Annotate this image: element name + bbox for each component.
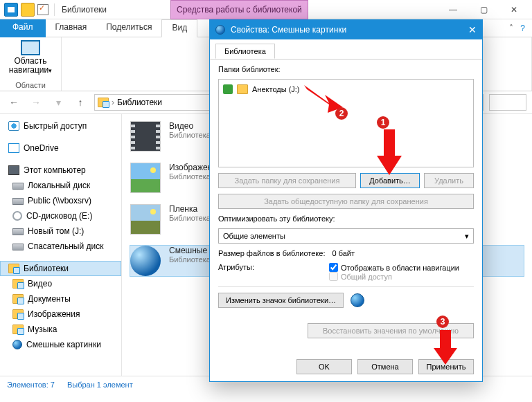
- back-button[interactable]: ←: [6, 94, 22, 111]
- tree-onedrive[interactable]: OneDrive: [0, 140, 121, 156]
- tab-share[interactable]: Поделиться: [96, 19, 161, 37]
- tree-public[interactable]: Public (\\vboxsrv): [0, 193, 121, 208]
- tab-file[interactable]: Файл: [0, 19, 46, 37]
- item-title: Пленка: [169, 204, 211, 214]
- tree-quick-access[interactable]: Быстрый доступ: [0, 118, 121, 134]
- dialog-icon: [215, 25, 225, 35]
- group-label-panes: Области: [15, 80, 46, 91]
- cancel-button[interactable]: Отмена: [357, 359, 413, 374]
- images-icon: [130, 163, 161, 193]
- tree-video[interactable]: Видео: [0, 276, 121, 291]
- up-button[interactable]: ↑: [72, 94, 89, 111]
- value-size: 0 байт: [332, 249, 355, 257]
- optimize-value: Общие элементы: [223, 232, 285, 240]
- divider: [218, 286, 474, 287]
- dialog-tab-library[interactable]: Библиотека: [215, 44, 275, 59]
- item-subtitle: Библиотека: [169, 131, 211, 139]
- dialog-title: Свойства: Смешные картинки: [231, 25, 346, 35]
- optimize-select[interactable]: Общие элементы ▾: [218, 228, 474, 244]
- close-button[interactable]: ✕: [499, 0, 529, 19]
- change-icon-button[interactable]: Изменить значок библиотеки…: [218, 293, 344, 308]
- dialog-titlebar: Свойства: Смешные картинки ✕: [210, 20, 482, 39]
- tree-cd[interactable]: CD-дисковод (E:): [0, 208, 121, 223]
- tree-local-disk[interactable]: Локальный диск: [0, 178, 121, 193]
- film-icon: [130, 204, 161, 235]
- dialog-close-button[interactable]: ✕: [468, 24, 477, 35]
- checkbox-input: [329, 272, 338, 281]
- apply-button[interactable]: Применить: [418, 359, 474, 374]
- tree-newvol[interactable]: Новый том (J:): [0, 223, 121, 239]
- search-input[interactable]: [489, 94, 526, 111]
- status-selection: Выбран 1 элемент: [67, 381, 133, 389]
- folder-icon: [237, 84, 248, 94]
- label-size: Размер файлов в библиотеке:: [218, 249, 325, 257]
- forward-button[interactable]: →: [28, 94, 44, 111]
- separator: [54, 3, 55, 16]
- status-count: Элементов: 7: [7, 381, 55, 389]
- ribbon-collapse-button[interactable]: ˄: [509, 24, 513, 33]
- tree-music[interactable]: Музыка: [0, 322, 121, 337]
- checkbox-show-in-nav[interactable]: Отображать в области навигации: [329, 263, 459, 272]
- chevron-down-icon: ▾: [465, 232, 469, 241]
- video-icon: [130, 121, 161, 152]
- library-icon-preview: [351, 293, 364, 307]
- checkbox-input[interactable]: [329, 263, 338, 272]
- tree-libraries[interactable]: Библиотеки: [0, 261, 121, 276]
- ribbon-group-panes: Область навигации▾ Области: [0, 37, 62, 91]
- tab-view[interactable]: Вид: [161, 19, 197, 37]
- label-folders: Папки библиотек:: [218, 65, 474, 73]
- explorer-titlebar: Библиотеки Средства работы с библиотекой…: [0, 0, 532, 19]
- qa-check-icon[interactable]: [37, 4, 48, 15]
- help-button[interactable]: ?: [520, 24, 525, 33]
- app-icon: [4, 3, 18, 17]
- folders-listbox[interactable]: Анектоды (J:): [218, 79, 474, 167]
- navpane-button[interactable]: Область навигации▾: [6, 40, 55, 75]
- add-folder-button[interactable]: Добавить…: [360, 173, 420, 188]
- remove-folder-button: Удалить: [424, 173, 474, 188]
- set-save-folder-button: Задать папку для сохранения: [218, 173, 356, 188]
- breadcrumb-item[interactable]: Библиотеки: [117, 98, 162, 107]
- folder-badge-icon: [223, 84, 233, 94]
- qa-folder-icon[interactable]: [21, 3, 35, 17]
- nav-tree: Быстрый доступ OneDrive Этот компьютер Л…: [0, 114, 122, 376]
- tree-images[interactable]: Изображения: [0, 307, 121, 322]
- ok-button[interactable]: OK: [296, 359, 352, 374]
- contextual-tab-library-tools[interactable]: Средства работы с библиотекой: [170, 0, 308, 19]
- custom-library-icon: [130, 246, 161, 276]
- tree-rescue[interactable]: Спасательный диск: [0, 239, 121, 254]
- label-attributes: Атрибуты:: [218, 263, 322, 271]
- recent-dropdown[interactable]: ▾: [50, 94, 66, 111]
- restore-defaults-button: Восстановить значения по умолчанию: [308, 323, 474, 338]
- item-subtitle: Библиотека: [169, 214, 211, 222]
- libraries-icon: [98, 98, 109, 107]
- minimize-button[interactable]: —: [438, 0, 468, 19]
- tree-docs[interactable]: Документы: [0, 291, 121, 307]
- tree-funny[interactable]: Смешные картинки: [0, 337, 121, 352]
- set-public-save-button: Задать общедоступную папку для сохранени…: [218, 194, 474, 209]
- maximize-button[interactable]: ▢: [468, 0, 499, 19]
- tab-home[interactable]: Главная: [46, 19, 97, 37]
- item-title: Видео: [169, 121, 211, 131]
- dialog-tabs: Библиотека: [210, 39, 482, 60]
- checkbox-shared[interactable]: Общий доступ: [329, 272, 459, 281]
- properties-dialog: Свойства: Смешные картинки ✕ Библиотека …: [209, 19, 483, 382]
- label-optimize: Оптимизировать эту библиотеку:: [218, 214, 474, 223]
- folder-label: Анектоды (J:): [252, 85, 300, 93]
- folder-item[interactable]: Анектоды (J:): [223, 82, 469, 96]
- breadcrumb-sep: ›: [112, 98, 114, 107]
- window-title: Библиотеки: [62, 5, 107, 15]
- tree-this-pc[interactable]: Этот компьютер: [0, 163, 121, 178]
